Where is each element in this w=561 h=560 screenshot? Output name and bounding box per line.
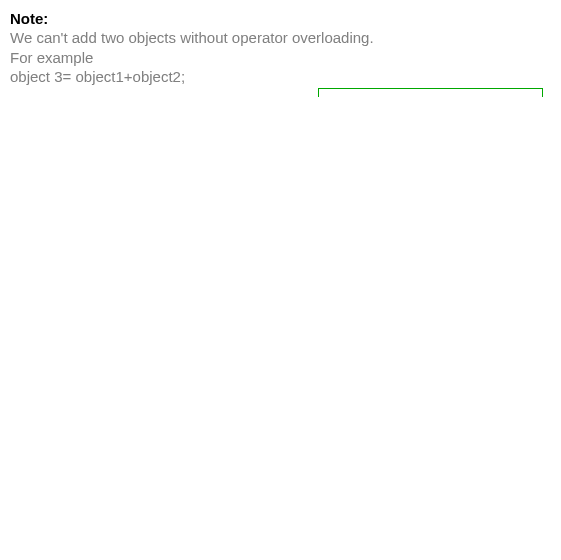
- note-line2: For example: [10, 49, 93, 66]
- note-line1: We can't add two objects without operato…: [10, 29, 374, 46]
- note-block: Note: We can't add two objects without o…: [10, 10, 551, 87]
- note-heading: Note:: [10, 10, 48, 27]
- constructor-default-box: //constructor Sum_T4Tutorials() { number…: [318, 88, 543, 97]
- note-line3: object 3= object1+object2;: [10, 68, 185, 85]
